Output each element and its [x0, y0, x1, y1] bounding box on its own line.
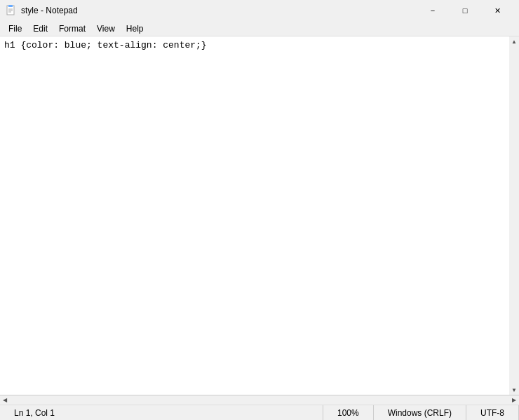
- minimize-button[interactable]: −: [417, 0, 449, 21]
- scroll-right-arrow[interactable]: ▶: [509, 395, 519, 405]
- menu-file[interactable]: File: [3, 21, 27, 36]
- status-position: Ln 1, Col 1: [0, 405, 323, 420]
- scroll-down-arrow[interactable]: ▼: [509, 385, 519, 395]
- status-bar: Ln 1, Col 1 100% Windows (CRLF) UTF-8: [0, 405, 519, 420]
- text-editor[interactable]: [0, 36, 509, 395]
- window-controls: − □ ✕: [417, 0, 513, 21]
- svg-rect-1: [8, 5, 13, 7]
- status-line-ending: Windows (CRLF): [374, 405, 466, 420]
- title-bar: style - Notepad − □ ✕: [0, 0, 519, 21]
- scroll-track-h[interactable]: [10, 395, 509, 405]
- scroll-left-arrow[interactable]: ◀: [0, 395, 10, 405]
- status-zoom: 100%: [323, 405, 374, 420]
- status-encoding: UTF-8: [466, 405, 519, 420]
- menu-format[interactable]: Format: [53, 21, 91, 36]
- maximize-button[interactable]: □: [449, 0, 481, 21]
- menu-help[interactable]: Help: [121, 21, 149, 36]
- horizontal-scrollbar[interactable]: ◀ ▶: [0, 395, 519, 405]
- vertical-scrollbar[interactable]: ▲ ▼: [509, 36, 519, 395]
- title-bar-left: style - Notepad: [6, 5, 78, 16]
- window-title: style - Notepad: [21, 6, 78, 15]
- scroll-up-arrow[interactable]: ▲: [509, 36, 519, 46]
- scroll-track-v[interactable]: [509, 46, 519, 385]
- menu-edit[interactable]: Edit: [27, 21, 53, 36]
- menu-bar: File Edit Format View Help: [0, 21, 519, 36]
- notepad-icon: [6, 5, 17, 16]
- editor-container: ▲ ▼: [0, 36, 519, 395]
- close-button[interactable]: ✕: [481, 0, 513, 21]
- menu-view[interactable]: View: [91, 21, 121, 36]
